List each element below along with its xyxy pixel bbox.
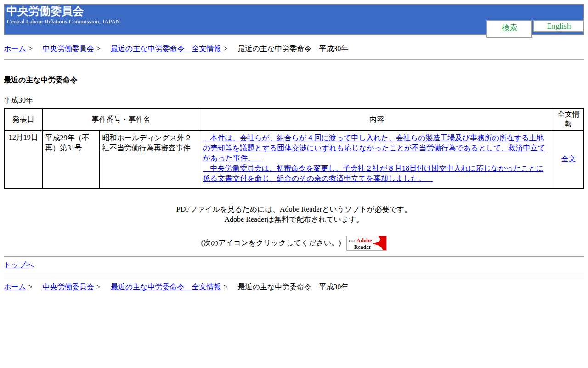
cell-summary: 本件は、会社らが、組合らが４回に渡って申し入れた、会社らの製造工場及び事務所の所… [200,131,554,189]
breadcrumb: ホーム>中央労働委員会>最近の主な中労委命令 全文情報>最近の主な中労委命令 平… [4,44,584,54]
english-button[interactable]: English [533,20,584,32]
top-link[interactable]: トップへ [4,261,34,269]
table-header-row: 発表日 事件番号・事件名 内容 全文情報 [4,109,584,131]
site-header: 中央労働委員会 Central Labour Relations Commiss… [4,4,584,35]
cell-case-name: 昭和ホールディングス外２社不当労働行為再審査事件 [99,131,200,189]
page: 中央労働委員会 Central Labour Relations Commiss… [4,4,584,292]
adobe-swoosh-icon [371,236,386,251]
breadcrumb-current-page: 最近の主な中労委命令 平成30年 [238,45,349,52]
summary-link-1[interactable]: 本件は、会社らが、組合らが４回に渡って申し入れた、会社らの製造工場及び事務所の所… [203,133,551,163]
col-header-fulltext: 全文情報 [554,109,584,131]
get-adobe-reader-icon[interactable]: Get Adobe Reader [346,236,387,251]
pdf-note-line3: (次のアイコンをクリックしてください。) [201,239,341,247]
breadcrumb-separator: > [224,283,228,291]
adobe-badge-text: Get Adobe Reader [349,237,372,250]
cell-fulltext: 全文 [554,131,584,189]
breadcrumb-bottom: ホーム>中央労働委員会>最近の主な中労委命令 全文情報>最近の主な中労委命令 平… [4,282,584,292]
era-label: 平成30年 [4,96,584,105]
divider [4,276,584,276]
divider [4,256,584,257]
cell-announce-date: 12月19日 [4,131,42,189]
fulltext-link[interactable]: 全文 [561,155,576,163]
col-header-date: 発表日 [4,109,42,131]
pdf-note-line2: Adobe Readerは無料で配布されています。 [4,214,584,224]
pdf-note: PDFファイルを見るためには、Adobe Readerというソフトが必要です。 … [4,204,584,224]
pdf-note-row: (次のアイコンをクリックしてください。) Get Adobe Reader [4,236,584,251]
page-title: 最近の主な中労委命令 [4,75,584,85]
col-header-case: 事件番号・事件名 [42,109,200,131]
breadcrumb-orders-link[interactable]: 最近の主な中労委命令 全文情報 [111,283,221,291]
breadcrumb-separator: > [224,45,228,52]
breadcrumb-separator: > [96,283,101,291]
breadcrumb-separator: > [28,283,33,291]
orders-table: 発表日 事件番号・事件名 内容 全文情報 12月19日 平成29年（不再）第31… [4,108,584,189]
breadcrumb-separator: > [28,45,33,52]
top-link-wrap: トップへ [4,260,584,270]
breadcrumb-orders-link[interactable]: 最近の主な中労委命令 全文情報 [111,45,221,52]
table-row: 12月19日 平成29年（不再）第31号 昭和ホールディングス外２社不当労働行為… [4,131,584,189]
breadcrumb-commission-link[interactable]: 中央労働委員会 [43,45,94,52]
breadcrumb-home-link[interactable]: ホーム [4,283,26,291]
search-button[interactable]: 検索 [486,20,532,38]
summary-link-2[interactable]: 中央労働委員会は、初審命令を変更し、子会社２社が８月18日付け団交申入れに応じな… [203,163,551,184]
cell-case-number: 平成29年（不再）第31号 [42,131,99,189]
breadcrumb-current-page: 最近の主な中労委命令 平成30年 [238,283,349,291]
pdf-note-line1: PDFファイルを見るためには、Adobe Readerというソフトが必要です。 [4,204,584,214]
breadcrumb-separator: > [96,45,101,52]
divider [4,59,584,60]
col-header-summary: 内容 [200,109,554,131]
site-title: 中央労働委員会 [5,5,583,18]
breadcrumb-commission-link[interactable]: 中央労働委員会 [43,283,94,291]
breadcrumb-home-link[interactable]: ホーム [4,45,26,52]
